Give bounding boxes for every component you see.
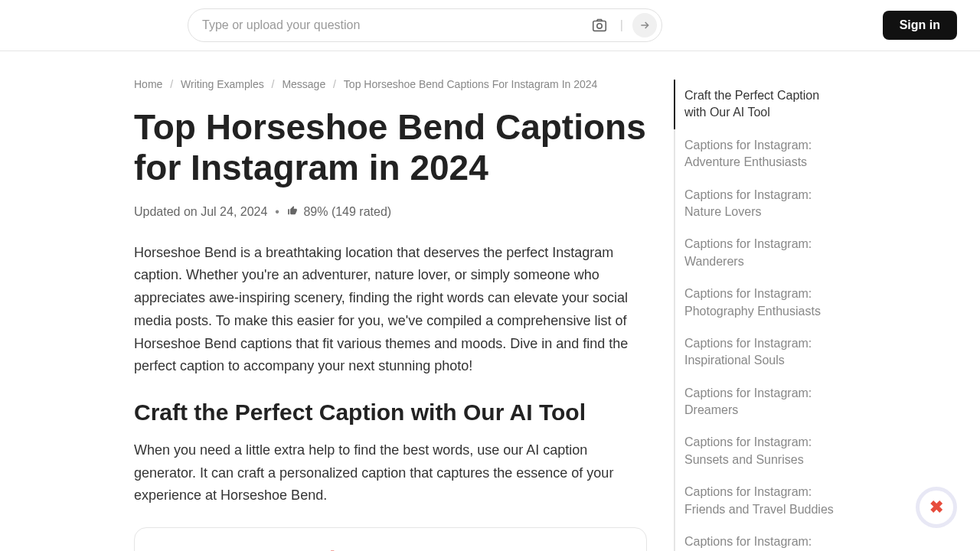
updated-date: Updated on Jul 24, 2024 bbox=[134, 205, 267, 219]
submit-search-button[interactable] bbox=[632, 13, 657, 37]
camera-icon[interactable] bbox=[591, 17, 608, 34]
floating-action-button[interactable]: ✖ bbox=[916, 487, 957, 528]
toc-item[interactable]: Craft the Perfect Caption with Our AI To… bbox=[674, 80, 842, 129]
toc-item[interactable]: Captions for Instagram: Wanderers bbox=[674, 228, 842, 278]
toc-item[interactable]: Captions for Instagram: Romance and Coup… bbox=[674, 526, 842, 551]
main-content: Home / Writing Examples / Message / Top … bbox=[134, 78, 647, 551]
toc-item[interactable]: Captions for Instagram: Dreamers bbox=[674, 377, 842, 427]
caption-form: What do you want to write?✱ bbox=[134, 527, 647, 551]
section-text-ai-tool: When you need a little extra help to fin… bbox=[134, 439, 647, 507]
toc-item[interactable]: Captions for Instagram: Adventure Enthus… bbox=[674, 129, 842, 179]
toc-item[interactable]: Captions for Instagram: Nature Lovers bbox=[674, 179, 842, 229]
toc-item[interactable]: Captions for Instagram: Sunsets and Sunr… bbox=[674, 426, 842, 476]
thumbs-up-icon bbox=[287, 205, 301, 218]
breadcrumb-writing-examples[interactable]: Writing Examples bbox=[181, 78, 264, 90]
search-box: | bbox=[188, 8, 662, 42]
required-asterisk: ✱ bbox=[325, 548, 339, 551]
meta-dot: • bbox=[275, 205, 279, 219]
rating: 89% (149 rated) bbox=[287, 205, 391, 219]
breadcrumb: Home / Writing Examples / Message / Top … bbox=[134, 78, 647, 90]
breadcrumb-sep: / bbox=[272, 78, 275, 90]
breadcrumb-sep: / bbox=[333, 78, 336, 90]
svg-point-1 bbox=[597, 24, 602, 28]
form-label: What do you want to write?✱ bbox=[156, 548, 625, 551]
svg-rect-0 bbox=[593, 21, 606, 31]
sign-in-button[interactable]: Sign in bbox=[883, 11, 957, 40]
section-heading-ai-tool: Craft the Perfect Caption with Our AI To… bbox=[134, 399, 647, 425]
fab-icon: ✖ bbox=[929, 497, 943, 517]
toc-item[interactable]: Captions for Instagram: Photography Enth… bbox=[674, 278, 842, 328]
intro-paragraph: Horseshoe Bend is a breathtaking locatio… bbox=[134, 242, 647, 378]
breadcrumb-message[interactable]: Message bbox=[282, 78, 325, 90]
content-wrapper: Home / Writing Examples / Message / Top … bbox=[0, 51, 980, 551]
search-input[interactable] bbox=[202, 18, 591, 32]
page-title: Top Horseshoe Bend Captions for Instagra… bbox=[134, 107, 647, 188]
search-divider: | bbox=[620, 18, 623, 32]
article-meta: Updated on Jul 24, 2024 • 89% (149 rated… bbox=[134, 205, 647, 219]
toc-item[interactable]: Captions for Instagram: Inspirational So… bbox=[674, 328, 842, 377]
table-of-contents: Craft the Perfect Caption with Our AI To… bbox=[674, 78, 842, 551]
breadcrumb-current: Top Horseshoe Bend Captions For Instagra… bbox=[344, 78, 598, 90]
search-container: | bbox=[188, 8, 662, 42]
toc-item[interactable]: Captions for Instagram: Friends and Trav… bbox=[674, 476, 842, 526]
breadcrumb-home[interactable]: Home bbox=[134, 78, 162, 90]
header: | Sign in bbox=[0, 0, 980, 51]
breadcrumb-sep: / bbox=[170, 78, 173, 90]
